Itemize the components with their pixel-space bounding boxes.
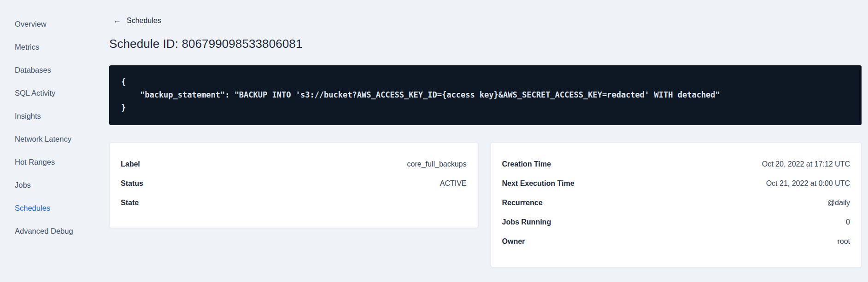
detail-row-state: State	[121, 193, 467, 213]
detail-key: Label	[121, 160, 140, 168]
sidebar-item-jobs[interactable]: Jobs	[0, 173, 101, 196]
sidebar-item-databases[interactable]: Databases	[0, 58, 101, 81]
sidebar-item-insights[interactable]: Insights	[0, 104, 101, 127]
sidebar-item-hot-ranges[interactable]: Hot Ranges	[0, 150, 101, 173]
schedule-timing-card: Creation Time Oct 20, 2022 at 17:12 UTC …	[491, 142, 862, 268]
code-line: {	[121, 75, 850, 88]
page-title: Schedule ID: 806799098533806081	[109, 37, 862, 51]
sidebar-item-advanced-debug[interactable]: Advanced Debug	[0, 219, 101, 242]
sidebar-item-schedules[interactable]: Schedules	[0, 196, 101, 219]
sidebar-item-sql-activity[interactable]: SQL Activity	[0, 81, 101, 104]
detail-value: Oct 20, 2022 at 17:12 UTC	[762, 160, 850, 168]
detail-value: core_full_backups	[407, 160, 467, 168]
schedule-detail-page: ← Schedules Schedule ID: 806799098533806…	[109, 0, 862, 268]
detail-row-jobs-running: Jobs Running 0	[502, 213, 850, 232]
detail-key: Owner	[502, 237, 525, 246]
detail-value: Oct 21, 2022 at 0:00 UTC	[766, 179, 850, 188]
sidebar-item-metrics[interactable]: Metrics	[0, 35, 101, 58]
detail-key: Recurrence	[502, 199, 543, 207]
sidebar-item-overview[interactable]: Overview	[0, 12, 101, 35]
detail-row-owner: Owner root	[502, 232, 850, 251]
detail-value: @daily	[827, 199, 850, 207]
detail-key: Creation Time	[502, 160, 551, 168]
detail-value: root	[837, 237, 850, 246]
detail-row-creation-time: Creation Time Oct 20, 2022 at 17:12 UTC	[502, 155, 850, 174]
detail-row-label: Label core_full_backups	[121, 155, 467, 174]
sidebar-item-network-latency[interactable]: Network Latency	[0, 127, 101, 150]
sidebar: Overview Metrics Databases SQL Activity …	[0, 0, 101, 282]
left-arrow-icon: ←	[113, 16, 121, 24]
detail-value: ACTIVE	[440, 179, 467, 188]
detail-cards: Label core_full_backups Status ACTIVE St…	[109, 142, 862, 268]
detail-key: Jobs Running	[502, 218, 551, 226]
code-line: "backup_statement": "BACKUP INTO 's3://b…	[121, 88, 850, 101]
schedule-summary-card: Label core_full_backups Status ACTIVE St…	[109, 142, 478, 228]
detail-key: Status	[121, 179, 143, 188]
detail-row-status: Status ACTIVE	[121, 174, 467, 193]
back-link[interactable]: ← Schedules	[113, 17, 161, 25]
detail-row-next-execution-time: Next Execution Time Oct 21, 2022 at 0:00…	[502, 174, 850, 193]
back-link-label: Schedules	[127, 17, 161, 25]
detail-row-recurrence: Recurrence @daily	[502, 193, 850, 213]
detail-key: State	[121, 199, 139, 207]
detail-key: Next Execution Time	[502, 179, 575, 188]
backup-statement-code-block: { "backup_statement": "BACKUP INTO 's3:/…	[109, 65, 862, 125]
detail-value: 0	[846, 218, 850, 226]
code-line: }	[121, 101, 850, 114]
